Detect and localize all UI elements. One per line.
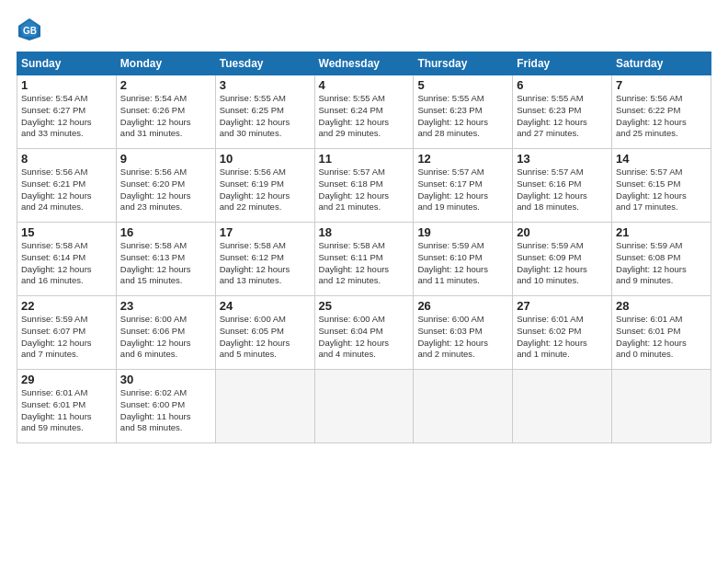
day-number: 29 <box>21 373 112 386</box>
day-number: 20 <box>517 225 608 239</box>
day-info: Sunrise: 6:01 AM Sunset: 6:02 PM Dayligh… <box>517 314 608 361</box>
logo-icon: GB <box>17 17 42 42</box>
col-header-wednesday: Wednesday <box>314 52 414 75</box>
day-info: Sunrise: 5:59 AM Sunset: 6:09 PM Dayligh… <box>517 240 608 287</box>
day-number: 4 <box>319 78 410 92</box>
day-number: 10 <box>220 152 311 166</box>
calendar-cell: 24Sunrise: 6:00 AM Sunset: 6:05 PM Dayli… <box>215 296 314 370</box>
day-info: Sunrise: 5:56 AM Sunset: 6:19 PM Dayligh… <box>220 167 311 213</box>
calendar-cell: 26Sunrise: 6:00 AM Sunset: 6:03 PM Dayli… <box>414 296 513 370</box>
calendar-cell: 29Sunrise: 6:01 AM Sunset: 6:01 PM Dayli… <box>17 370 117 443</box>
calendar-header-row: SundayMondayTuesdayWednesdayThursdayFrid… <box>17 52 711 75</box>
calendar-cell: 21Sunrise: 5:59 AM Sunset: 6:08 PM Dayli… <box>612 223 711 296</box>
col-header-monday: Monday <box>116 52 215 75</box>
day-number: 17 <box>220 225 311 239</box>
calendar-cell: 20Sunrise: 5:59 AM Sunset: 6:09 PM Dayli… <box>513 223 612 296</box>
calendar-cell: 11Sunrise: 5:57 AM Sunset: 6:18 PM Dayli… <box>314 149 414 223</box>
day-info: Sunrise: 5:59 AM Sunset: 6:07 PM Dayligh… <box>21 314 112 361</box>
day-number: 25 <box>319 299 410 313</box>
day-info: Sunrise: 5:59 AM Sunset: 6:08 PM Dayligh… <box>616 240 707 287</box>
calendar-cell: 13Sunrise: 5:57 AM Sunset: 6:16 PM Dayli… <box>513 149 612 223</box>
day-number: 11 <box>319 152 410 166</box>
day-number: 5 <box>417 78 508 92</box>
calendar-cell: 19Sunrise: 5:59 AM Sunset: 6:10 PM Dayli… <box>414 223 513 296</box>
day-info: Sunrise: 5:57 AM Sunset: 6:17 PM Dayligh… <box>417 167 508 213</box>
calendar-cell: 2Sunrise: 5:54 AM Sunset: 6:26 PM Daylig… <box>116 75 215 149</box>
calendar-cell <box>314 370 414 443</box>
day-info: Sunrise: 5:54 AM Sunset: 6:26 PM Dayligh… <box>120 93 211 140</box>
calendar-week-1: 1Sunrise: 5:54 AM Sunset: 6:27 PM Daylig… <box>17 75 711 149</box>
day-number: 12 <box>417 152 508 166</box>
calendar-cell: 8Sunrise: 5:56 AM Sunset: 6:21 PM Daylig… <box>17 149 117 223</box>
day-info: Sunrise: 5:55 AM Sunset: 6:23 PM Dayligh… <box>417 93 508 140</box>
day-number: 6 <box>517 78 608 92</box>
calendar-cell: 9Sunrise: 5:56 AM Sunset: 6:20 PM Daylig… <box>116 149 215 223</box>
day-number: 19 <box>417 225 508 239</box>
calendar-cell: 22Sunrise: 5:59 AM Sunset: 6:07 PM Dayli… <box>17 296 117 370</box>
day-number: 1 <box>21 78 112 92</box>
calendar-week-4: 22Sunrise: 5:59 AM Sunset: 6:07 PM Dayli… <box>17 296 711 370</box>
day-number: 22 <box>21 299 112 313</box>
day-info: Sunrise: 5:56 AM Sunset: 6:20 PM Dayligh… <box>120 167 211 213</box>
calendar-cell: 6Sunrise: 5:55 AM Sunset: 6:23 PM Daylig… <box>513 75 612 149</box>
day-number: 14 <box>616 152 707 166</box>
day-number: 9 <box>120 152 211 166</box>
col-header-sunday: Sunday <box>17 52 117 75</box>
calendar-cell: 18Sunrise: 5:58 AM Sunset: 6:11 PM Dayli… <box>314 223 414 296</box>
day-info: Sunrise: 6:00 AM Sunset: 6:06 PM Dayligh… <box>120 314 211 361</box>
day-number: 27 <box>517 299 608 313</box>
day-info: Sunrise: 5:59 AM Sunset: 6:10 PM Dayligh… <box>417 240 508 287</box>
calendar-cell <box>513 370 612 443</box>
col-header-saturday: Saturday <box>612 52 711 75</box>
calendar-cell: 15Sunrise: 5:58 AM Sunset: 6:14 PM Dayli… <box>17 223 117 296</box>
col-header-tuesday: Tuesday <box>215 52 314 75</box>
day-info: Sunrise: 5:54 AM Sunset: 6:27 PM Dayligh… <box>21 93 112 140</box>
calendar-week-3: 15Sunrise: 5:58 AM Sunset: 6:14 PM Dayli… <box>17 223 711 296</box>
day-info: Sunrise: 5:57 AM Sunset: 6:16 PM Dayligh… <box>517 167 608 213</box>
calendar-cell <box>215 370 314 443</box>
day-info: Sunrise: 5:57 AM Sunset: 6:15 PM Dayligh… <box>616 167 707 213</box>
calendar-cell: 1Sunrise: 5:54 AM Sunset: 6:27 PM Daylig… <box>17 75 117 149</box>
calendar-cell: 27Sunrise: 6:01 AM Sunset: 6:02 PM Dayli… <box>513 296 612 370</box>
day-info: Sunrise: 5:58 AM Sunset: 6:14 PM Dayligh… <box>21 240 112 287</box>
day-info: Sunrise: 6:00 AM Sunset: 6:04 PM Dayligh… <box>319 314 410 361</box>
calendar-cell: 17Sunrise: 5:58 AM Sunset: 6:12 PM Dayli… <box>215 223 314 296</box>
calendar-cell: 14Sunrise: 5:57 AM Sunset: 6:15 PM Dayli… <box>612 149 711 223</box>
day-info: Sunrise: 6:00 AM Sunset: 6:03 PM Dayligh… <box>417 314 508 361</box>
calendar-cell: 28Sunrise: 6:01 AM Sunset: 6:01 PM Dayli… <box>612 296 711 370</box>
calendar-table: SundayMondayTuesdayWednesdayThursdayFrid… <box>17 52 711 443</box>
day-number: 28 <box>616 299 707 313</box>
day-info: Sunrise: 5:58 AM Sunset: 6:11 PM Dayligh… <box>319 240 410 287</box>
day-info: Sunrise: 5:55 AM Sunset: 6:23 PM Dayligh… <box>517 93 608 140</box>
day-info: Sunrise: 5:57 AM Sunset: 6:18 PM Dayligh… <box>319 167 410 213</box>
day-info: Sunrise: 5:58 AM Sunset: 6:12 PM Dayligh… <box>220 240 311 287</box>
col-header-thursday: Thursday <box>414 52 513 75</box>
day-info: Sunrise: 5:55 AM Sunset: 6:24 PM Dayligh… <box>319 93 410 140</box>
day-info: Sunrise: 5:58 AM Sunset: 6:13 PM Dayligh… <box>120 240 211 287</box>
day-number: 23 <box>120 299 211 313</box>
day-number: 2 <box>120 78 211 92</box>
calendar-cell: 10Sunrise: 5:56 AM Sunset: 6:19 PM Dayli… <box>215 149 314 223</box>
calendar-cell: 4Sunrise: 5:55 AM Sunset: 6:24 PM Daylig… <box>314 75 414 149</box>
day-number: 26 <box>417 299 508 313</box>
header: GB <box>17 17 711 42</box>
calendar-cell: 5Sunrise: 5:55 AM Sunset: 6:23 PM Daylig… <box>414 75 513 149</box>
day-number: 18 <box>319 225 410 239</box>
day-number: 15 <box>21 225 112 239</box>
calendar-cell: 23Sunrise: 6:00 AM Sunset: 6:06 PM Dayli… <box>116 296 215 370</box>
calendar-week-2: 8Sunrise: 5:56 AM Sunset: 6:21 PM Daylig… <box>17 149 711 223</box>
calendar-cell: 12Sunrise: 5:57 AM Sunset: 6:17 PM Dayli… <box>414 149 513 223</box>
col-header-friday: Friday <box>513 52 612 75</box>
calendar-cell <box>414 370 513 443</box>
calendar-cell: 16Sunrise: 5:58 AM Sunset: 6:13 PM Dayli… <box>116 223 215 296</box>
day-number: 30 <box>120 373 211 386</box>
day-number: 8 <box>21 152 112 166</box>
day-info: Sunrise: 6:02 AM Sunset: 6:00 PM Dayligh… <box>120 387 211 434</box>
day-number: 16 <box>120 225 211 239</box>
day-number: 21 <box>616 225 707 239</box>
day-number: 24 <box>220 299 311 313</box>
calendar-cell: 3Sunrise: 5:55 AM Sunset: 6:25 PM Daylig… <box>215 75 314 149</box>
day-info: Sunrise: 5:55 AM Sunset: 6:25 PM Dayligh… <box>220 93 311 140</box>
calendar-cell: 25Sunrise: 6:00 AM Sunset: 6:04 PM Dayli… <box>314 296 414 370</box>
day-number: 3 <box>220 78 311 92</box>
